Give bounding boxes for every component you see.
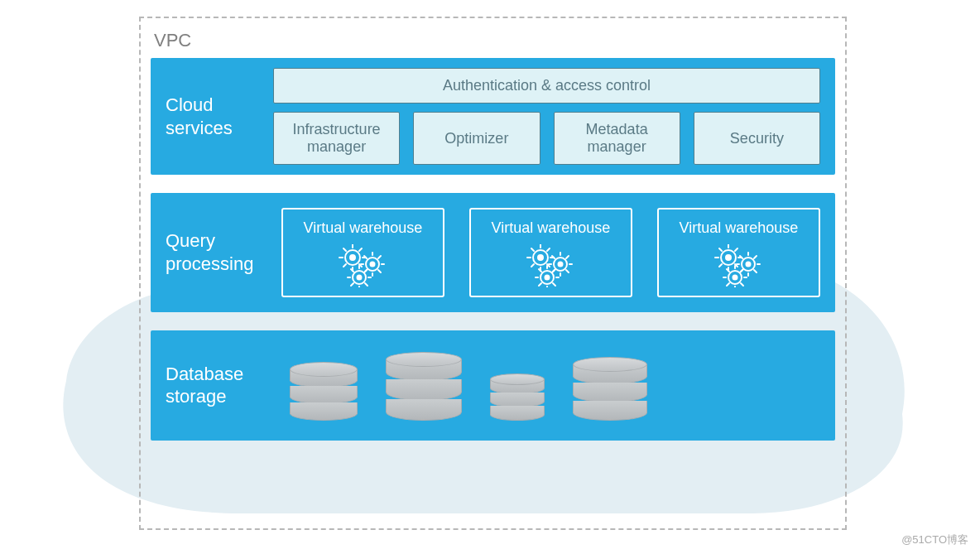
svg-line-89 (741, 269, 743, 272)
svg-line-9 (359, 248, 362, 251)
virtual-warehouse-1: Virtual warehouse (281, 208, 444, 297)
virtual-warehouse-row: Virtual warehouse Virtual warehouse (273, 208, 820, 297)
query-processing-title: Query processing (166, 229, 265, 275)
database-cylinder-icon (386, 352, 462, 419)
svg-line-28 (351, 283, 353, 286)
database-cylinder-icon (573, 357, 647, 419)
virtual-warehouse-label: Virtual warehouse (492, 219, 611, 238)
query-processing-layer: Query processing Virtual warehouse Virtu (151, 193, 835, 312)
svg-point-51 (545, 275, 549, 279)
vpc-label: VPC (151, 26, 835, 58)
database-storage-layer: Database storage (151, 330, 835, 441)
optimizer-box: Optimizer (413, 112, 540, 165)
svg-line-66 (719, 248, 722, 251)
svg-line-38 (531, 264, 534, 267)
svg-line-68 (719, 264, 722, 267)
cloud-services-layer: Cloud services Authentication & access c… (151, 58, 835, 175)
svg-line-79 (754, 256, 757, 258)
virtual-warehouse-label: Virtual warehouse (304, 219, 423, 238)
watermark-text: @51CTO博客 (901, 532, 968, 547)
svg-point-41 (558, 262, 562, 266)
svg-point-1 (350, 255, 355, 260)
gears-icon (334, 244, 392, 287)
svg-line-17 (378, 270, 381, 272)
database-cylinder-icon (290, 362, 358, 419)
svg-point-11 (370, 262, 374, 266)
svg-line-8 (343, 264, 346, 267)
svg-point-61 (726, 255, 731, 260)
svg-line-39 (547, 248, 550, 251)
svg-line-36 (531, 248, 534, 251)
cloud-services-content: Authentication & access control Infrastr… (273, 68, 820, 165)
storage-row (273, 349, 820, 422)
svg-line-29 (365, 269, 368, 272)
svg-line-59 (553, 269, 555, 272)
svg-point-21 (357, 275, 361, 279)
svg-line-77 (754, 270, 757, 272)
svg-line-19 (378, 256, 381, 258)
svg-line-88 (727, 283, 729, 286)
security-box: Security (694, 112, 820, 165)
gears-icon (522, 244, 580, 287)
infrastructure-manager-box: Infrastructure manager (273, 112, 400, 165)
svg-line-47 (566, 270, 569, 272)
cloud-services-row: Infrastructure manager Optimizer Metadat… (273, 112, 820, 165)
vpc-container: VPC Cloud services Authentication & acce… (139, 17, 847, 530)
svg-line-27 (365, 283, 368, 286)
svg-point-31 (538, 255, 543, 260)
auth-access-control-box: Authentication & access control (273, 68, 820, 104)
cloud-services-title: Cloud services (166, 94, 265, 139)
svg-line-49 (566, 256, 569, 258)
svg-line-69 (735, 248, 737, 251)
virtual-warehouse-2: Virtual warehouse (469, 208, 632, 297)
svg-point-81 (733, 275, 737, 279)
database-storage-title: Database storage (166, 363, 265, 408)
virtual-warehouse-3: Virtual warehouse (657, 208, 820, 297)
svg-line-87 (741, 283, 743, 286)
gears-icon (710, 244, 768, 287)
database-cylinder-icon (490, 373, 545, 419)
svg-line-58 (539, 283, 541, 286)
metadata-manager-box: Metadata manager (554, 112, 680, 165)
svg-line-6 (343, 248, 346, 251)
svg-point-71 (746, 262, 750, 266)
svg-line-57 (553, 283, 555, 286)
virtual-warehouse-label: Virtual warehouse (680, 219, 799, 238)
